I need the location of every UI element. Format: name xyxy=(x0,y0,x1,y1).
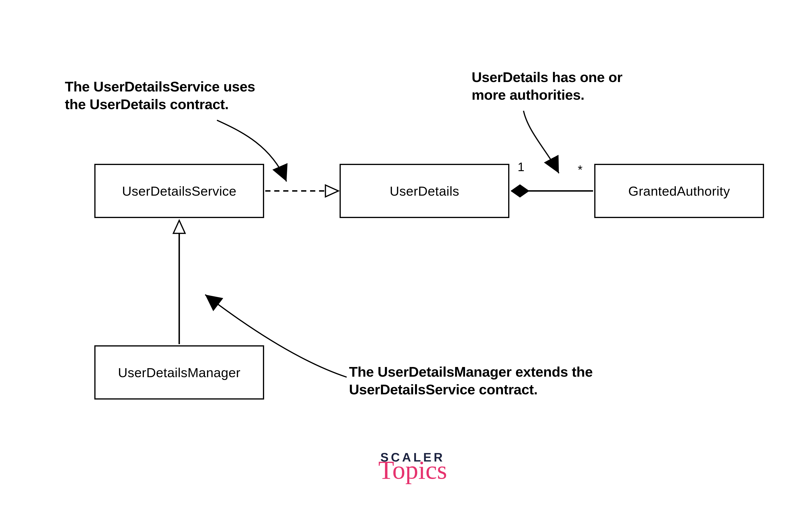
label-granted-authority: GrantedAuthority xyxy=(628,183,730,199)
annotation-authorities: UserDetails has one or more authorities. xyxy=(472,68,656,104)
annotation-uses-contract: The UserDetailsService uses the UserDeta… xyxy=(65,78,277,113)
box-user-details: UserDetails xyxy=(340,164,509,218)
label-user-details: UserDetails xyxy=(390,183,459,199)
connector-composition xyxy=(510,184,593,197)
diagram-canvas: The UserDetailsService uses the UserDeta… xyxy=(0,0,802,532)
box-user-details-service: UserDetailsService xyxy=(94,164,264,218)
connector-extends xyxy=(173,221,185,344)
connector-uses xyxy=(265,185,338,197)
annotation-extends-contract: The UserDetailsManager extends the UserD… xyxy=(349,363,609,398)
logo-topics: Topics xyxy=(368,460,458,480)
multiplicity-one: 1 xyxy=(518,160,524,174)
box-user-details-manager: UserDetailsManager xyxy=(94,345,264,400)
multiplicity-many: * xyxy=(578,163,582,177)
box-granted-authority: GrantedAuthority xyxy=(594,164,764,218)
label-user-details-service: UserDetailsService xyxy=(122,183,236,199)
annotation-arrow-authorities xyxy=(523,111,559,173)
label-user-details-manager: UserDetailsManager xyxy=(118,365,240,380)
logo: SCALER Topics xyxy=(368,450,458,480)
